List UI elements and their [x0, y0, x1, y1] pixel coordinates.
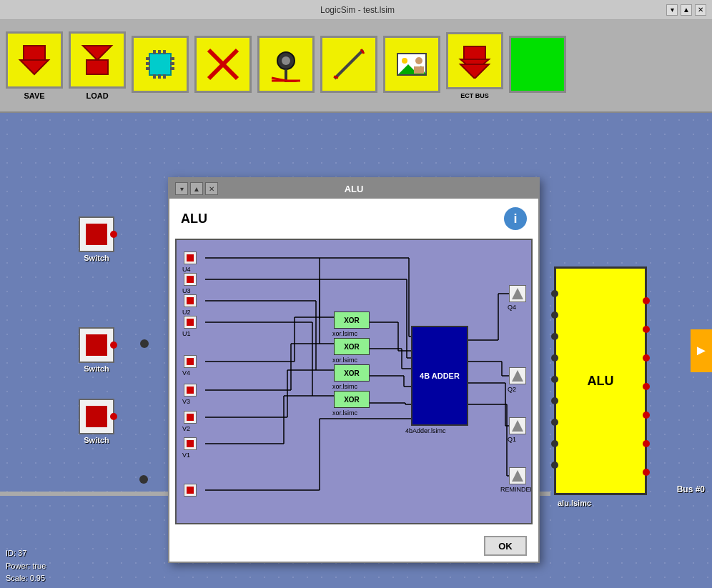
dialog-close-btn[interactable]: ✕: [205, 182, 218, 195]
diag-v2-inner: [187, 414, 194, 421]
switch-3-box[interactable]: [79, 399, 114, 434]
diag-q1-label: Q1: [508, 436, 516, 443]
diagram-svg: [177, 240, 531, 523]
svg-marker-89: [512, 288, 523, 299]
ok-button[interactable]: OK: [484, 536, 527, 556]
alu-block[interactable]: ALU: [554, 266, 647, 495]
diag-q4-label: Q4: [508, 304, 516, 311]
switch-3-port: [110, 413, 117, 420]
diag-u3-inner: [187, 276, 194, 283]
load-button[interactable]: LOAD: [69, 31, 126, 100]
arrow-button[interactable]: ►: [691, 329, 712, 372]
switch-1-inner: [86, 224, 107, 245]
diag-v4-inner: [187, 358, 194, 365]
diag-reminder-label: REMINDER: [500, 486, 533, 493]
alu-dialog: ▾ ▲ ✕ ALU ALU i: [168, 177, 540, 563]
xor-label-2: xor.lsimc: [332, 357, 357, 364]
svg-marker-90: [512, 370, 523, 382]
no-connect-button[interactable]: [257, 36, 315, 96]
alu-port-l5: [551, 376, 558, 383]
wire-button[interactable]: [320, 36, 377, 96]
diag-u3-box: [184, 273, 197, 286]
diag-v1-label: V1: [182, 452, 190, 459]
svg-rect-10: [170, 67, 174, 70]
diag-u4-box: [184, 251, 197, 264]
switch-2-box[interactable]: [79, 327, 114, 363]
switch-2[interactable]: Switch: [79, 327, 114, 373]
switch-1-box[interactable]: [79, 216, 114, 252]
svg-rect-16: [163, 74, 166, 79]
diag-u2-inner: [187, 297, 194, 304]
minimize-button[interactable]: ▾: [666, 4, 678, 16]
close-button[interactable]: ✕: [695, 4, 706, 16]
diag-q2-box: [509, 367, 526, 384]
load-label: LOAD: [86, 91, 108, 100]
switch-2-port: [110, 342, 117, 349]
bus-icon: [446, 32, 503, 89]
switch-1-label: Switch: [84, 254, 109, 262]
xor-label-3: xor.lsimc: [332, 383, 357, 390]
delete-button[interactable]: [194, 36, 252, 96]
diag-extra-inner: [187, 487, 194, 494]
svg-rect-14: [153, 74, 156, 79]
wire-icon: [320, 36, 377, 93]
dialog-minimize-btn[interactable]: ▾: [175, 182, 188, 195]
diag-extra-box: [184, 484, 197, 497]
dialog-maximize-btn[interactable]: ▲: [190, 182, 203, 195]
diag-q4-box: [509, 285, 526, 302]
alu-port-l3: [551, 333, 558, 340]
app-title: LogicSim - test.lsim: [49, 5, 666, 15]
diag-v2-label: V2: [182, 425, 190, 432]
wire-junction-2: [139, 475, 148, 484]
switch-1[interactable]: Switch: [79, 216, 114, 262]
bus-button[interactable]: ECT BUS: [446, 32, 503, 99]
svg-rect-4: [149, 54, 171, 75]
dialog-title-controls-left[interactable]: ▾ ▲ ✕: [175, 182, 218, 195]
diag-v2-box: [184, 411, 197, 424]
diag-u4-label: U4: [182, 266, 191, 273]
image-button[interactable]: [383, 36, 440, 96]
svg-marker-35: [460, 64, 489, 79]
alu-port-r2: [643, 326, 650, 333]
xor-gate-1: XOR: [334, 312, 370, 329]
switch-3-inner: [86, 406, 107, 427]
xor-gate-4: XOR: [334, 391, 370, 408]
status-power: Power: true: [6, 560, 46, 573]
chip-icon: [132, 36, 189, 93]
alu-port-l6: [551, 397, 558, 404]
alu-diagram-area: U4 U3 U2 U1 V4 V3: [175, 239, 533, 524]
green-button[interactable]: [509, 36, 566, 96]
alu-port-l2: [551, 312, 558, 319]
svg-rect-32: [414, 66, 424, 74]
svg-rect-8: [170, 57, 174, 60]
status-scale: Scale: 0.95: [6, 572, 46, 585]
switch-2-inner: [86, 334, 107, 356]
load-icon: [69, 31, 126, 89]
title-bar-controls[interactable]: ▾ ▲ ✕: [666, 4, 706, 16]
alu-dialog-titlebar: ▾ ▲ ✕ ALU: [169, 179, 538, 199]
save-button[interactable]: SAVE: [6, 31, 63, 100]
svg-line-25: [334, 76, 338, 78]
wire-junction-1: [140, 339, 149, 348]
diag-q1-box: [509, 417, 526, 434]
maximize-button[interactable]: ▲: [681, 4, 692, 16]
info-button[interactable]: i: [504, 207, 527, 230]
alu-port-l7: [551, 419, 558, 426]
chip-button[interactable]: [132, 36, 189, 96]
switch-3[interactable]: Switch: [79, 399, 114, 444]
svg-point-28: [402, 58, 407, 64]
diag-v3-label: V3: [182, 398, 190, 405]
svg-rect-13: [163, 50, 166, 54]
delete-icon: [194, 36, 252, 93]
no-connect-icon: [257, 36, 315, 93]
switch-2-label: Switch: [84, 364, 109, 373]
diag-u3-label: U3: [182, 287, 191, 294]
diag-u2-box: [184, 294, 197, 307]
diag-v4-label: V4: [182, 369, 190, 377]
diag-v3-box: [184, 384, 197, 397]
alu-dialog-header: ALU i: [169, 199, 538, 233]
diag-u4-inner: [187, 254, 194, 261]
alu-port-l1: [551, 290, 558, 297]
diag-u2-label: U2: [182, 309, 191, 316]
diag-u1-label: U1: [182, 330, 191, 337]
